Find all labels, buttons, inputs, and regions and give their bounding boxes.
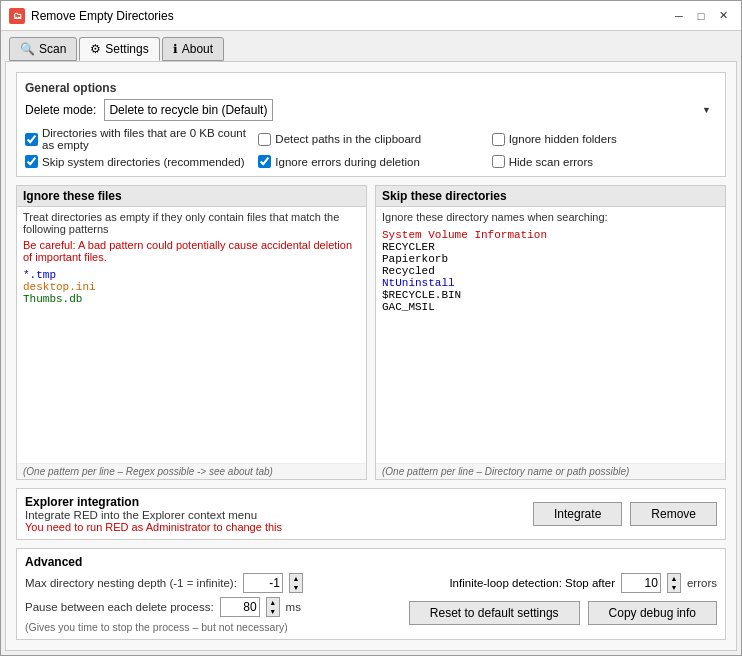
checkbox-ignore-hidden[interactable] — [492, 133, 505, 146]
ignore-files-desc: Treat directories as empty if they only … — [17, 207, 366, 239]
explorer-warning: You need to run RED as Administrator to … — [25, 521, 282, 533]
window-controls: ─ □ ✕ — [669, 6, 733, 26]
ignore-files-warning: Be careful: A bad pattern could potentia… — [17, 239, 366, 267]
max-depth-label: Max directory nesting depth (-1 = infini… — [25, 577, 237, 589]
advanced-grid: Max directory nesting depth (-1 = infini… — [25, 573, 717, 633]
settings-icon: ⚙ — [90, 42, 101, 56]
skip-dirs-desc: Ignore these directory names when search… — [376, 207, 725, 227]
ignore-files-footer: (One pattern per line – Regex possible -… — [17, 463, 366, 479]
skip-gac-msil: GAC_MSIL — [382, 301, 719, 313]
checkbox-ignore-errors-label: Ignore errors during deletion — [275, 156, 419, 168]
pause-hint-row: (Gives you time to stop the process – bu… — [25, 621, 397, 633]
toolbar: 🔍 Scan ⚙ Settings ℹ About — [1, 31, 741, 61]
maximize-button[interactable]: □ — [691, 6, 711, 26]
checkbox-row-4: Skip system directories (recommended) — [25, 155, 250, 168]
delete-mode-label: Delete mode: — [25, 103, 96, 117]
tab-about-label: About — [182, 42, 213, 56]
pattern-tmp: *.tmp — [23, 269, 360, 281]
skip-recycled: Recycled — [382, 265, 719, 277]
max-depth-row: Max directory nesting depth (-1 = infini… — [25, 573, 397, 593]
infinite-loop-unit: errors — [687, 577, 717, 589]
pause-row: Pause between each delete process: ▲ ▼ m… — [25, 597, 397, 617]
checkbox-hide-scan-errors[interactable] — [492, 155, 505, 168]
pattern-db: Thumbs.db — [23, 293, 360, 305]
checkbox-row-6: Hide scan errors — [492, 155, 717, 168]
infinite-down[interactable]: ▼ — [668, 583, 680, 592]
checkbox-detect-clipboard[interactable] — [258, 133, 271, 146]
checkbox-hide-scan-errors-label: Hide scan errors — [509, 156, 593, 168]
checkbox-row-2: Detect paths in the clipboard — [258, 127, 483, 151]
close-button[interactable]: ✕ — [713, 6, 733, 26]
title-bar-left: 🗂 Remove Empty Directories — [9, 8, 174, 24]
infinite-up[interactable]: ▲ — [668, 574, 680, 583]
about-icon: ℹ — [173, 42, 178, 56]
infinite-loop-spinner: ▲ ▼ — [667, 573, 681, 593]
explorer-row: Explorer integration Integrate RED into … — [25, 495, 717, 533]
explorer-buttons: Integrate Remove — [533, 502, 717, 526]
ignore-files-title: Ignore these files — [17, 186, 366, 207]
pause-hint: (Gives you time to stop the process – bu… — [25, 621, 288, 633]
pause-spinner: ▲ ▼ — [266, 597, 280, 617]
max-depth-down[interactable]: ▼ — [290, 583, 302, 592]
tab-scan[interactable]: 🔍 Scan — [9, 37, 77, 61]
checkbox-empty-files-label: Directories with files that are 0 KB cou… — [42, 127, 250, 151]
tab-settings-label: Settings — [105, 42, 148, 56]
checkbox-row-5: Ignore errors during deletion — [258, 155, 483, 168]
skip-recycler: RECYCLER — [382, 241, 719, 253]
max-depth-spinner: ▲ ▼ — [289, 573, 303, 593]
app-icon: 🗂 — [9, 8, 25, 24]
delete-mode-select-wrapper: Delete to recycle bin (Default) Delete p… — [104, 99, 717, 121]
ignore-files-content[interactable]: *.tmp desktop.ini Thumbs.db — [17, 267, 366, 463]
remove-button[interactable]: Remove — [630, 502, 717, 526]
advanced-right: Infinite-loop detection: Stop after ▲ ▼ … — [409, 573, 717, 625]
tab-scan-label: Scan — [39, 42, 66, 56]
max-depth-input[interactable] — [243, 573, 283, 593]
explorer-desc: Integrate RED into the Explorer context … — [25, 509, 282, 521]
infinite-loop-input[interactable] — [621, 573, 661, 593]
explorer-title: Explorer integration — [25, 495, 282, 509]
pause-up[interactable]: ▲ — [267, 598, 279, 607]
checkbox-skip-system-label: Skip system directories (recommended) — [42, 156, 245, 168]
skip-dirs-footer: (One pattern per line – Directory name o… — [376, 463, 725, 479]
tab-about[interactable]: ℹ About — [162, 37, 224, 61]
skip-srecycle: $RECYCLE.BIN — [382, 289, 719, 301]
checkbox-empty-files[interactable] — [25, 133, 38, 146]
skip-papierkorb: Papierkorb — [382, 253, 719, 265]
general-options-section: General options Delete mode: Delete to r… — [16, 72, 726, 177]
checkbox-skip-system[interactable] — [25, 155, 38, 168]
minimize-button[interactable]: ─ — [669, 6, 689, 26]
pause-input[interactable] — [220, 597, 260, 617]
integrate-button[interactable]: Integrate — [533, 502, 622, 526]
main-window: 🗂 Remove Empty Directories ─ □ ✕ 🔍 Scan … — [0, 0, 742, 656]
settings-content: General options Delete mode: Delete to r… — [5, 61, 737, 651]
window-title: Remove Empty Directories — [31, 9, 174, 23]
checkbox-ignore-hidden-label: Ignore hidden folders — [509, 133, 617, 145]
checkbox-ignore-errors[interactable] — [258, 155, 271, 168]
reset-copy-row: Reset to default settings Copy debug inf… — [409, 601, 717, 625]
pause-down[interactable]: ▼ — [267, 607, 279, 616]
explorer-section: Explorer integration Integrate RED into … — [16, 488, 726, 540]
pause-unit: ms — [286, 601, 301, 613]
pause-label: Pause between each delete process: — [25, 601, 214, 613]
title-bar: 🗂 Remove Empty Directories ─ □ ✕ — [1, 1, 741, 31]
scan-icon: 🔍 — [20, 42, 35, 56]
tab-settings[interactable]: ⚙ Settings — [79, 37, 159, 61]
general-options-title: General options — [25, 81, 717, 95]
advanced-section: Advanced Max directory nesting depth (-1… — [16, 548, 726, 640]
checkbox-row-3: Ignore hidden folders — [492, 127, 717, 151]
ignore-files-panel: Ignore these files Treat directories as … — [16, 185, 367, 480]
infinite-loop-row: Infinite-loop detection: Stop after ▲ ▼ … — [449, 573, 717, 593]
skip-ntuninstall: NtUninstall — [382, 277, 719, 289]
two-panels: Ignore these files Treat directories as … — [16, 185, 726, 480]
skip-dirs-title: Skip these directories — [376, 186, 725, 207]
skip-dirs-content[interactable]: System Volume Information RECYCLER Papie… — [376, 227, 725, 463]
infinite-loop-label: Infinite-loop detection: Stop after — [449, 577, 615, 589]
delete-mode-select[interactable]: Delete to recycle bin (Default) Delete p… — [104, 99, 273, 121]
copy-debug-button[interactable]: Copy debug info — [588, 601, 717, 625]
delete-mode-row: Delete mode: Delete to recycle bin (Defa… — [25, 99, 717, 121]
skip-system-volume: System Volume Information — [382, 229, 719, 241]
checkbox-grid: Directories with files that are 0 KB cou… — [25, 127, 717, 168]
reset-button[interactable]: Reset to default settings — [409, 601, 580, 625]
advanced-title: Advanced — [25, 555, 717, 569]
max-depth-up[interactable]: ▲ — [290, 574, 302, 583]
